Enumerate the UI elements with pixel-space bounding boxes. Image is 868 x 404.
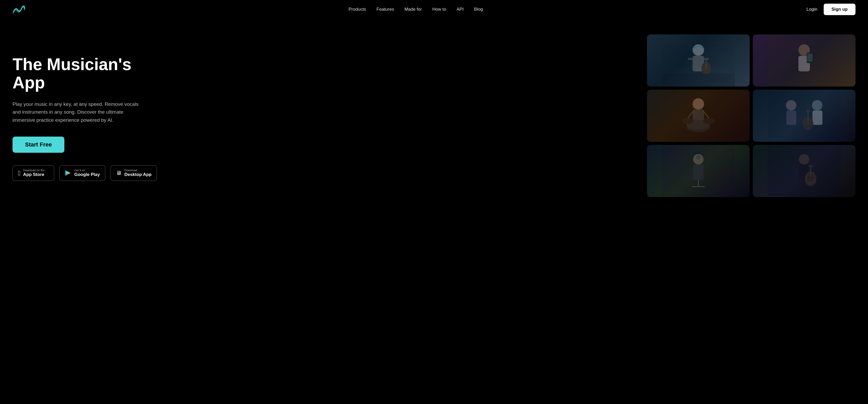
monitor-icon: 🖥 bbox=[116, 170, 122, 176]
nav-actions: Login Sign up bbox=[806, 4, 856, 15]
desktop-sub: Download bbox=[124, 168, 151, 172]
svg-rect-2 bbox=[688, 58, 693, 60]
app-store-button[interactable]:  Download on the App Store bbox=[12, 165, 54, 181]
hero-title: The Musician's App bbox=[12, 55, 164, 92]
apple-icon:  bbox=[18, 170, 21, 177]
photo-guitarist-seated bbox=[753, 145, 856, 197]
photo-drummer bbox=[647, 90, 750, 142]
svg-rect-27 bbox=[768, 90, 841, 142]
navigation: Products Features Made for How to API Bl… bbox=[0, 0, 868, 19]
google-play-main: Google Play bbox=[74, 172, 100, 177]
nav-item-api[interactable]: API bbox=[457, 7, 463, 12]
hero-image-grid bbox=[631, 34, 856, 197]
google-play-sub: Get it on bbox=[74, 168, 100, 172]
photo-phone-user bbox=[753, 34, 856, 87]
svg-point-12 bbox=[692, 98, 704, 110]
desktop-app-button[interactable]: 🖥 Download Desktop App bbox=[111, 165, 157, 181]
start-free-button[interactable]: Start Free bbox=[12, 136, 64, 153]
hero-subtitle: Play your music in any key, at any speed… bbox=[12, 100, 143, 124]
svg-rect-42 bbox=[768, 145, 841, 197]
svg-rect-34 bbox=[662, 145, 735, 197]
desktop-main: Desktop App bbox=[124, 172, 151, 177]
login-button[interactable]: Login bbox=[806, 7, 817, 12]
logo[interactable] bbox=[12, 5, 25, 14]
hero-section: The Musician's App Play your music in an… bbox=[0, 19, 868, 404]
svg-point-16 bbox=[682, 118, 693, 124]
nav-links: Products Features Made for How to API Bl… bbox=[348, 7, 483, 12]
photo-performer bbox=[647, 145, 750, 197]
signup-button[interactable]: Sign up bbox=[824, 4, 856, 15]
nav-item-made-for[interactable]: Made for bbox=[404, 7, 422, 12]
photo-bassist bbox=[647, 34, 750, 87]
svg-rect-6 bbox=[662, 73, 735, 87]
nav-item-features[interactable]: Features bbox=[376, 7, 394, 12]
hero-content: The Musician's App Play your music in an… bbox=[12, 34, 164, 181]
svg-rect-11 bbox=[768, 34, 841, 87]
app-store-sub: Download on the bbox=[23, 168, 45, 172]
photo-duo-guitar bbox=[753, 90, 856, 142]
nav-item-blog[interactable]: Blog bbox=[474, 7, 483, 12]
store-buttons:  Download on the App Store Get it on bbox=[12, 165, 164, 181]
svg-point-17 bbox=[703, 118, 714, 124]
app-store-main: App Store bbox=[23, 172, 45, 177]
nav-item-products[interactable]: Products bbox=[348, 7, 366, 12]
svg-rect-5 bbox=[706, 58, 707, 69]
google-play-icon bbox=[65, 170, 72, 177]
nav-item-how-to[interactable]: How to bbox=[432, 7, 446, 12]
google-play-button[interactable]: Get it on Google Play bbox=[59, 165, 105, 181]
